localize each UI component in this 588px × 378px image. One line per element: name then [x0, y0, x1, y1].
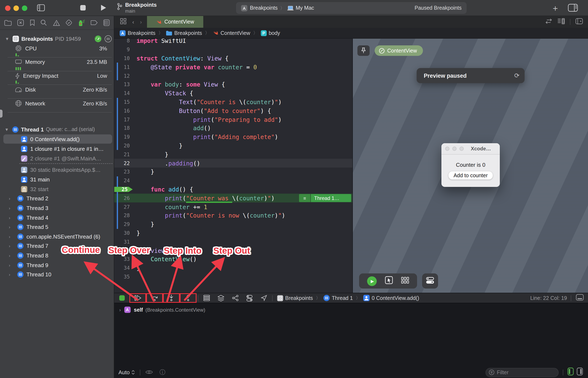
tests-navigator-icon[interactable] [66, 19, 72, 26]
line-number-gutter[interactable]: 23 [114, 169, 133, 175]
thread-row[interactable]: ›Thread 4 [0, 213, 114, 222]
bookmarks-navigator-icon[interactable] [30, 19, 35, 26]
line-number-gutter[interactable]: 24 [114, 178, 133, 184]
simulate-location-button[interactable] [257, 295, 271, 301]
add-to-counter-button[interactable]: Add to counter [448, 171, 493, 180]
thread-row[interactable]: ›Thread 9 [0, 260, 114, 270]
thread-row[interactable]: ›Thread 2 [0, 194, 114, 203]
line-number-gutter[interactable]: 26 [114, 195, 133, 201]
gauge-row-cpu[interactable]: CPU3% [0, 44, 114, 57]
chevron-right-icon[interactable]: › [9, 234, 15, 239]
line-number-gutter[interactable]: 18 [114, 125, 133, 131]
find-navigator-icon[interactable] [40, 19, 47, 26]
chevron-right-icon[interactable]: › [9, 263, 15, 267]
line-number-gutter[interactable]: 19 [114, 134, 133, 140]
step-into-button[interactable] [163, 293, 180, 303]
mini-close-button[interactable] [445, 147, 449, 151]
related-items-icon[interactable] [120, 18, 126, 26]
go-forward-icon[interactable]: › [140, 19, 142, 25]
line-number-gutter[interactable]: 29 [114, 221, 133, 227]
live-preview-button[interactable]: ▶ [367, 276, 377, 286]
process-row[interactable]: ▼ Breakpoints PID 19459 [0, 34, 114, 44]
debug-jump-bar[interactable]: Breakpoints〉Thread 1〉0 ContentView.add() [277, 295, 419, 301]
gauge-row-disk[interactable]: DiskZero KB/s [0, 85, 114, 99]
issues-navigator-icon[interactable] [53, 20, 60, 26]
environment-overrides-button[interactable] [228, 295, 242, 301]
toggle-left-sidebar-icon[interactable] [37, 4, 45, 13]
chevron-right-icon[interactable]: › [9, 196, 15, 201]
gauge-indicator-icon[interactable] [94, 35, 102, 42]
variants-mode-button[interactable] [401, 277, 409, 285]
mini-minimize-button[interactable] [452, 147, 456, 151]
line-number-gutter[interactable]: 15 [114, 99, 133, 105]
thread-row[interactable]: ›Thread 3 [0, 203, 114, 213]
swap-editors-icon[interactable] [545, 18, 552, 26]
run-button[interactable] [100, 4, 107, 13]
step-over-button[interactable] [146, 293, 163, 303]
breadcrumb-item[interactable]: ContentView [213, 30, 250, 36]
info-icon[interactable]: ⓘ [160, 369, 165, 376]
gauge-row-network[interactable]: NetworkZero KB/s [0, 99, 114, 113]
breadcrumb-item[interactable]: Breakpoints [277, 295, 313, 301]
preview-target-pill[interactable]: ContentView [375, 45, 423, 56]
add-button[interactable]: ＋ [551, 2, 560, 14]
stop-button[interactable] [80, 5, 86, 11]
scope-selector[interactable]: Auto [119, 369, 135, 376]
step-out-button[interactable] [180, 293, 197, 303]
show-console-toggle[interactable] [577, 367, 583, 377]
chevron-down-icon[interactable]: ▼ [4, 127, 9, 132]
chevron-right-icon[interactable]: › [9, 215, 15, 220]
thread-row[interactable]: ›Thread 10 [0, 270, 114, 279]
zoom-window-button[interactable] [22, 5, 27, 11]
resume-preview-icon[interactable]: ⟳ [514, 72, 520, 79]
chevron-right-icon[interactable]: › [9, 244, 15, 248]
breakpoints-enabled-toggle[interactable] [119, 295, 125, 301]
thread-row[interactable]: ›com.apple.NSEventThread (6) [0, 232, 114, 241]
close-window-button[interactable] [5, 5, 11, 11]
minimap-icon[interactable] [557, 18, 565, 26]
variable-row-self[interactable]: › A self (Breakpoints.ContentView) [119, 305, 205, 314]
continue-button[interactable] [129, 293, 146, 303]
line-number-gutter[interactable]: 17 [114, 117, 133, 122]
breadcrumb-item[interactable]: Breakpoints [166, 30, 202, 36]
columns-indicator-icon[interactable] [105, 35, 112, 42]
breakpoints-navigator-icon[interactable] [91, 20, 98, 25]
chevron-right-icon[interactable]: › [9, 253, 15, 258]
device-settings-button[interactable] [426, 277, 434, 285]
hamburger-icon[interactable]: ≡ [299, 194, 311, 202]
stack-frame-row[interactable]: 30 static BreakpointsApp.$… [0, 165, 114, 175]
gauge-row-energy-impact[interactable]: Energy ImpactLow [0, 71, 114, 85]
debug-navigator-icon[interactable] [78, 19, 85, 26]
stack-frame-row[interactable]: 2 closure #1 @Swift.MainA… [0, 153, 114, 163]
line-number-gutter[interactable]: 21 [114, 152, 133, 158]
breadcrumb-item[interactable]: 0 ContentView.add() [363, 295, 419, 301]
minimize-window-button[interactable] [13, 5, 19, 11]
pin-preview-button[interactable] [357, 45, 370, 56]
stack-frame-row[interactable]: 0 ContentView.add() [0, 134, 114, 144]
chevron-down-icon[interactable]: ▼ [5, 36, 9, 41]
go-back-icon[interactable]: ‹ [132, 19, 134, 25]
editor-layout-icon[interactable] [568, 4, 578, 14]
add-editor-icon[interactable] [575, 18, 583, 26]
line-number-gutter[interactable]: 34 [114, 265, 133, 271]
line-number-gutter[interactable]: 31 [114, 239, 133, 245]
chevron-right-icon[interactable]: › [9, 225, 15, 229]
source-control-navigator-icon[interactable] [17, 19, 24, 26]
breadcrumb-item[interactable]: Thread 1 [323, 295, 353, 301]
quicklook-eye-icon[interactable] [145, 369, 153, 376]
line-number-gutter[interactable]: 27 [114, 204, 133, 210]
line-number-gutter[interactable]: 33 [114, 256, 133, 262]
line-number-gutter[interactable]: 25 [114, 187, 133, 192]
line-number-gutter[interactable]: 11 [114, 64, 133, 70]
project-navigator-icon[interactable] [4, 20, 12, 26]
thread-1-row[interactable]: ▼Thread 1Queue: c...ad (serial) [0, 125, 114, 134]
show-variables-view-toggle[interactable] [567, 367, 574, 377]
mini-zoom-button[interactable] [459, 147, 464, 151]
stack-frame-row[interactable]: 1 closure #1 in closure #1 in… [0, 144, 114, 153]
line-number-gutter[interactable]: 16 [114, 108, 133, 114]
line-number-gutter[interactable]: 20 [114, 143, 133, 149]
line-number-gutter[interactable]: 22 [114, 160, 133, 166]
gauge-row-memory[interactable]: Memory23.5 MB [0, 57, 114, 71]
runtime-issues-toggle[interactable] [242, 295, 257, 301]
line-number-gutter[interactable]: 8 [114, 39, 133, 44]
